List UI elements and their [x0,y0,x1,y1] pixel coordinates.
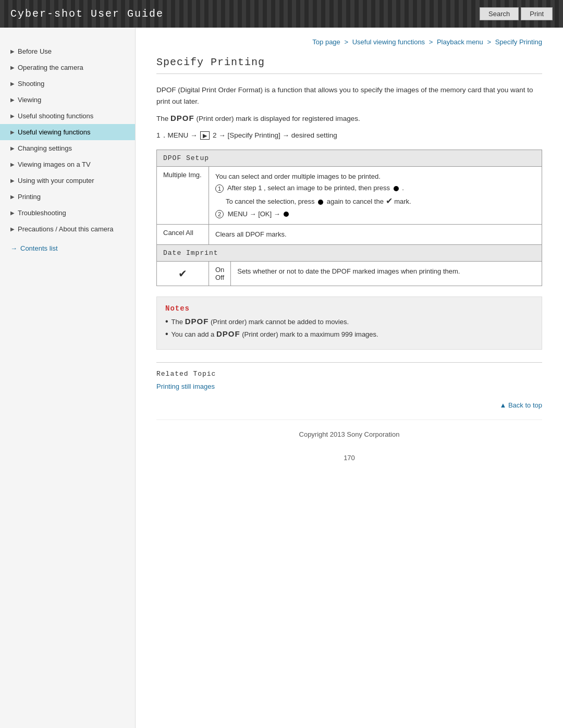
notes-item-2: • You can add a DPOF (Print order) mark … [165,329,533,339]
menu-inst-pre: 1．MENU → [156,131,199,139]
breadcrumb-sep: > [342,38,350,46]
multiple-img-line2: After step 1 , select an image to be pri… [227,184,404,192]
arrow-icon: ▶ [10,145,15,151]
footer: Copyright 2013 Sony Corporation [156,419,542,443]
contents-list-link[interactable]: Contents list [20,244,58,252]
arrow-icon: ▶ [10,129,15,135]
bullet-icon3 [284,212,289,217]
breadcrumb: Top page > Useful viewing functions > Pl… [156,38,542,46]
date-section-header: Date Imprint [157,244,542,261]
sidebar-item-printing[interactable]: ▶ Printing [0,189,135,205]
notes-item-1: • The DPOF (Print order) mark cannot be … [165,317,533,326]
multiple-img-content: You can select and order multiple images… [209,167,542,224]
sidebar-item-shooting[interactable]: ▶ Shooting [0,76,135,92]
arrow-icon: ▶ [10,81,15,87]
sidebar-item-label: Using with your computer [18,177,94,184]
sidebar-item-label: Useful viewing functions [18,128,90,136]
dpof-brand-notes2: DPOF [216,329,240,338]
bullet-icon [394,186,399,191]
multiple-img-line4: MENU → [OK] → [228,210,291,218]
arrow-icon: ▶ [10,113,15,119]
dpof-section-header: DPOF Setup [157,150,542,167]
sidebar: ▶ Before Use ▶ Operating the camera ▶ Sh… [0,28,136,728]
header-buttons: Search Print [480,7,553,20]
intro-para2-pre: The [156,115,170,122]
bullet-icon2 [318,200,323,205]
intro-para-1: DPOF (Digital Print Order Format) is a f… [156,84,542,107]
intro-para2-post: (Print order) mark is displayed for regi… [194,115,360,122]
sidebar-footer: → Contents list [0,237,135,260]
breadcrumb-top[interactable]: Top page [312,38,340,46]
breadcrumb-current: Specify Printing [495,38,542,46]
checkmark-large-icon: ✔ [178,268,187,279]
page-layout: ▶ Before Use ▶ Operating the camera ▶ Sh… [0,28,563,728]
cancel-all-content: Clears all DPOF marks. [209,224,542,244]
sidebar-item-label: Changing settings [18,144,72,152]
breadcrumb-sep3: > [485,38,493,46]
sidebar-item-useful-shooting[interactable]: ▶ Useful shooting functions [0,108,135,124]
date-content: Sets whether or not to date the DPOF mar… [231,261,542,286]
page-number: 170 [156,454,542,462]
notes-section: Notes • The DPOF (Print order) mark cann… [156,297,542,350]
arrow-icon: ▶ [10,210,15,216]
bullet-icon: • [165,317,168,326]
arrow-icon: ▶ [10,178,15,183]
arrow-icon: ▶ [10,97,15,103]
sidebar-item-label: Operating the camera [18,64,83,71]
sidebar-item-viewing-tv[interactable]: ▶ Viewing images on a TV [0,156,135,172]
sidebar-item-label: Before Use [18,47,52,55]
copyright-text: Copyright 2013 Sony Corporation [299,430,400,438]
contents-arrow-icon: → [10,244,17,252]
arrow-icon: ▶ [10,162,15,167]
dpof-brand-1: DPOF [170,114,194,122]
intro-para-2: The DPOF (Print order) mark is displayed… [156,112,542,125]
dpof-brand-notes1: DPOF [185,317,209,326]
notes-item1-text: The DPOF (Print order) mark cannot be ad… [172,317,349,326]
sidebar-item-label: Printing [18,193,41,201]
notes-item2-text: You can add a DPOF (Print order) mark to… [172,329,378,338]
breadcrumb-useful-viewing[interactable]: Useful viewing functions [352,38,425,46]
sidebar-item-label: Viewing images on a TV [18,161,91,168]
sidebar-item-label: Troubleshooting [18,209,66,217]
sidebar-item-operating[interactable]: ▶ Operating the camera [0,59,135,76]
sidebar-item-label: Shooting [18,80,44,88]
circle-1: 1 [215,184,224,193]
sidebar-item-viewing[interactable]: ▶ Viewing [0,92,135,108]
menu-instruction: 1．MENU → ▶ 2 → [Specify Printing] → desi… [156,131,542,140]
header-title: Cyber-shot User Guide [10,8,164,20]
sidebar-item-troubleshooting[interactable]: ▶ Troubleshooting [0,205,135,221]
playback-icon: ▶ [200,131,210,140]
page-title: Specify Printing [156,56,542,74]
date-off: Off [215,274,224,281]
print-button[interactable]: Print [521,7,553,20]
sidebar-item-label: Precautions / About this camera [18,225,114,233]
checkmark-icon: ✔ [386,196,393,205]
main-content: Top page > Useful viewing functions > Pl… [136,28,563,728]
back-to-top: ▲ Back to top [156,401,542,409]
sidebar-item-using-computer[interactable]: ▶ Using with your computer [0,172,135,189]
search-button[interactable]: Search [480,7,519,20]
sidebar-item-changing-settings[interactable]: ▶ Changing settings [0,140,135,156]
related-link[interactable]: Printing still images [156,382,215,390]
related-title: Related Topic [156,370,542,378]
bullet-icon2: • [165,329,168,339]
sidebar-item-useful-viewing[interactable]: ▶ Useful viewing functions [0,124,135,140]
menu-inst-mid: 2 → [Specify Printing] → desired setting [213,131,337,139]
arrow-icon: ▶ [10,65,15,70]
multiple-img-line1: You can select and order multiple images… [215,172,381,180]
arrow-icon: ▶ [10,48,15,54]
header: Cyber-shot User Guide Search Print [0,0,563,28]
sidebar-item-label: Viewing [18,96,41,104]
date-on-off: On Off [209,261,231,286]
multiple-img-label: Multiple Img. [157,167,209,224]
multiple-img-line3: To cancel the selection, press again to … [215,198,411,205]
breadcrumb-playback-menu[interactable]: Playback menu [437,38,483,46]
cancel-all-label: Cancel All [157,224,209,244]
back-to-top-link[interactable]: ▲ Back to top [499,401,542,409]
circle-2: 2 [215,210,224,218]
arrow-icon: ▶ [10,226,15,232]
sidebar-item-precautions[interactable]: ▶ Precautions / About this camera [0,221,135,237]
dpof-table: DPOF Setup Multiple Img. You can select … [156,150,542,286]
related-section: Related Topic Printing still images [156,362,542,390]
sidebar-item-before-use[interactable]: ▶ Before Use [0,43,135,59]
